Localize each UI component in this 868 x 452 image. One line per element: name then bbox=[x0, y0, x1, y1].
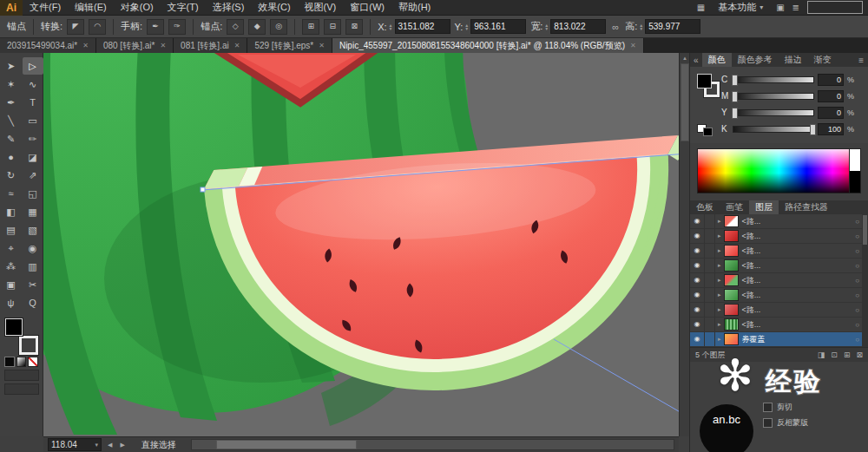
target-circle-icon[interactable]: ○ bbox=[855, 218, 859, 226]
convert-smooth-button[interactable]: ◠ bbox=[89, 19, 106, 35]
hand-tool[interactable]: ψ bbox=[1, 294, 22, 311]
layer-name[interactable]: <路... bbox=[739, 305, 856, 316]
layer-name[interactable]: <路... bbox=[739, 260, 856, 272]
new-sublayer-icon[interactable]: ⊡ bbox=[831, 350, 838, 359]
stepper-down-icon[interactable]: ▼ bbox=[639, 27, 643, 30]
close-icon[interactable]: ✕ bbox=[82, 42, 89, 49]
expand-arrow-icon[interactable]: ▸ bbox=[718, 247, 721, 254]
expand-arrow-icon[interactable]: ▸ bbox=[718, 321, 721, 328]
new-layer-icon[interactable]: ⊞ bbox=[844, 350, 851, 359]
expand-arrow-icon[interactable]: ▸ bbox=[718, 233, 721, 239]
vertical-scrollbar[interactable]: ▲ bbox=[679, 53, 689, 436]
width-tool[interactable]: ≈ bbox=[1, 185, 22, 202]
blob-brush-tool[interactable]: ● bbox=[1, 148, 22, 166]
layer-row[interactable]: ◉ ▸ <路... ○ bbox=[690, 259, 868, 273]
paintbrush-tool[interactable]: ✎ bbox=[1, 130, 22, 147]
visibility-eye-icon[interactable]: ◉ bbox=[690, 259, 705, 272]
zoom-tool[interactable]: Q bbox=[23, 294, 43, 311]
visibility-eye-icon[interactable]: ◉ bbox=[690, 288, 705, 302]
prev-artboard-button[interactable]: ◀ bbox=[106, 442, 114, 449]
layer-row[interactable]: ◉ ▸ <路... ○ bbox=[690, 318, 868, 332]
stepper-down-icon[interactable]: ▼ bbox=[389, 27, 393, 30]
arrange-documents-icon[interactable]: ▦ bbox=[697, 3, 705, 12]
lock-cell[interactable] bbox=[705, 273, 715, 287]
layer-name[interactable]: <路... bbox=[739, 275, 856, 286]
search-input[interactable] bbox=[807, 1, 863, 14]
draw-mode-button[interactable] bbox=[4, 370, 39, 381]
blend-tool[interactable]: ◉ bbox=[23, 239, 43, 257]
layer-row[interactable]: ◉ ▸ <路... ○ bbox=[690, 244, 868, 259]
convert-corner-button[interactable]: ◤ bbox=[67, 19, 84, 35]
align-grid-button-1[interactable]: ⊞ bbox=[302, 19, 319, 35]
menu-object[interactable]: 对象(O) bbox=[114, 1, 161, 14]
black-chip[interactable] bbox=[703, 128, 713, 136]
scrollbar-thumb[interactable] bbox=[681, 63, 689, 141]
fill-swatch[interactable] bbox=[697, 74, 712, 88]
hide-handles-button[interactable]: ✑ bbox=[168, 19, 186, 35]
color-mode-button[interactable] bbox=[4, 357, 15, 367]
tab-pathfinder[interactable]: 路径查找器 bbox=[779, 200, 834, 214]
tab-color-guide[interactable]: 颜色参考 bbox=[732, 53, 779, 67]
cs-live-icon[interactable]: ▣ bbox=[776, 3, 784, 12]
scrollbar-thumb[interactable] bbox=[863, 215, 867, 245]
lock-cell[interactable] bbox=[705, 259, 715, 272]
x-value-input[interactable]: 3151.082 bbox=[395, 19, 450, 34]
y-value-input[interactable]: 963.161 bbox=[470, 19, 526, 34]
visibility-eye-icon[interactable]: ◉ bbox=[690, 318, 705, 331]
magic-wand-tool[interactable]: ✶ bbox=[1, 75, 22, 93]
add-anchor-button[interactable]: ◆ bbox=[248, 19, 266, 35]
make-clipping-mask-icon[interactable]: ◨ bbox=[818, 350, 825, 359]
horizontal-scrollbar[interactable] bbox=[191, 439, 674, 450]
tab-color[interactable]: 颜色 bbox=[702, 53, 732, 67]
menu-file[interactable]: 文件(F) bbox=[23, 1, 68, 14]
visibility-eye-icon[interactable]: ◉ bbox=[690, 229, 705, 243]
document-tab[interactable]: 203915499034.ai* ✕ bbox=[0, 38, 96, 53]
target-circle-icon[interactable]: ○ bbox=[855, 306, 859, 314]
panel-menu-icon[interactable]: ≡ bbox=[854, 56, 868, 65]
layer-row[interactable]: ◉ ▸ <路... ○ bbox=[690, 214, 868, 229]
black-slider[interactable] bbox=[733, 126, 814, 133]
layer-row[interactable]: ◉ ▸ <路... ○ bbox=[690, 229, 868, 244]
layer-name[interactable]: <路... bbox=[739, 290, 856, 301]
scrollbar-thumb[interactable] bbox=[216, 440, 357, 449]
show-handles-button[interactable]: ✒ bbox=[147, 19, 164, 35]
screen-mode-button[interactable] bbox=[4, 383, 39, 395]
remove-anchor-button[interactable]: ◇ bbox=[227, 19, 244, 35]
none-mode-button[interactable] bbox=[28, 357, 38, 367]
symbol-sprayer-tool[interactable]: ⁂ bbox=[1, 258, 22, 275]
line-segment-tool[interactable]: ╲ bbox=[1, 112, 22, 129]
black-value-input[interactable]: 100 bbox=[818, 123, 844, 135]
align-grid-button-2[interactable]: ⊟ bbox=[324, 19, 341, 35]
expand-arrow-icon[interactable]: ▸ bbox=[718, 262, 721, 269]
rectangle-tool[interactable]: ▭ bbox=[23, 112, 43, 129]
width-value-input[interactable]: 813.022 bbox=[550, 19, 606, 34]
lasso-tool[interactable]: ∿ bbox=[23, 75, 43, 93]
canvas[interactable] bbox=[43, 53, 679, 436]
height-stepper[interactable]: ▲▼ bbox=[639, 23, 643, 30]
color-spectrum[interactable] bbox=[697, 148, 861, 193]
close-icon[interactable]: ✕ bbox=[630, 42, 636, 49]
menu-effect[interactable]: 效果(C) bbox=[251, 1, 297, 14]
workspace-switcher[interactable]: 基本功能 ▾ bbox=[713, 1, 768, 14]
yellow-slider[interactable] bbox=[733, 109, 814, 116]
expand-arrow-icon[interactable]: ▸ bbox=[718, 277, 721, 284]
cyan-value-input[interactable]: 0 bbox=[818, 74, 844, 86]
height-value-input[interactable]: 539.977 bbox=[645, 19, 700, 34]
visibility-eye-icon[interactable]: ◉ bbox=[690, 332, 705, 346]
document-tab[interactable]: 529 [转换].eps* ✕ bbox=[247, 38, 332, 53]
close-icon[interactable]: ✕ bbox=[319, 42, 325, 49]
constrain-proportions-icon[interactable]: ∞ bbox=[612, 22, 619, 32]
layers-scrollbar[interactable] bbox=[862, 214, 868, 347]
target-circle-icon[interactable]: ○ bbox=[855, 292, 859, 299]
menu-view[interactable]: 视图(V) bbox=[298, 1, 344, 14]
visibility-eye-icon[interactable]: ◉ bbox=[690, 273, 705, 287]
tab-layers[interactable]: 图层 bbox=[749, 200, 779, 214]
collapse-panel-icon[interactable]: « bbox=[690, 56, 702, 65]
lock-cell[interactable] bbox=[705, 229, 715, 243]
app-logo[interactable]: Ai bbox=[0, 0, 23, 16]
tab-gradient[interactable]: 渐变 bbox=[808, 53, 838, 67]
target-circle-icon[interactable]: ○ bbox=[855, 233, 859, 240]
x-stepper[interactable]: ▲▼ bbox=[389, 23, 393, 30]
mesh-tool[interactable]: ▤ bbox=[1, 221, 22, 239]
menu-window[interactable]: 窗口(W) bbox=[343, 1, 391, 14]
